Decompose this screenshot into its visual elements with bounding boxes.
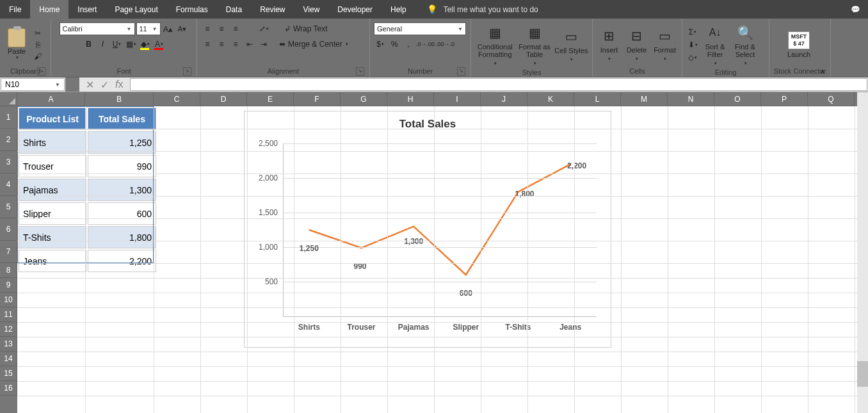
scrollbar-thumb[interactable] bbox=[857, 361, 868, 387]
align-right-icon[interactable]: ≡ bbox=[229, 38, 242, 51]
cell-product[interactable]: Jeans bbox=[19, 250, 86, 272]
menu-tab-help[interactable]: Help bbox=[382, 0, 415, 19]
row-header[interactable]: 12 bbox=[0, 322, 17, 337]
cells-area[interactable]: Product ListTotal SalesShirts1,250Trouse… bbox=[17, 106, 868, 413]
accounting-format-icon[interactable]: $▾ bbox=[374, 38, 387, 51]
align-middle-icon[interactable]: ≡ bbox=[215, 22, 228, 35]
enter-formula-icon[interactable]: ✓ bbox=[100, 79, 109, 91]
row-header[interactable]: 6 bbox=[0, 218, 17, 241]
comma-format-icon[interactable]: , bbox=[402, 38, 415, 51]
col-header[interactable]: L bbox=[574, 92, 621, 106]
copy-icon[interactable]: ⎘ bbox=[32, 40, 44, 50]
menu-tab-insert[interactable]: Insert bbox=[68, 0, 106, 19]
fill-icon[interactable]: ⬇▾ bbox=[686, 38, 699, 51]
cell-product[interactable]: Pajamas bbox=[19, 179, 86, 201]
dialog-launcher[interactable]: ↘ bbox=[457, 67, 465, 76]
cell-product[interactable]: T-Shits bbox=[19, 226, 86, 248]
delete-button[interactable]: ⊟Delete▾ bbox=[624, 26, 649, 63]
insert-button[interactable]: ⊞Insert▾ bbox=[597, 26, 622, 63]
launch-button[interactable]: MSFT$ 47 Launch bbox=[773, 30, 824, 58]
merge-center-button[interactable]: ⬌Merge & Center▾ bbox=[279, 38, 348, 51]
row-header[interactable]: 9 bbox=[0, 278, 17, 293]
row-header[interactable]: 11 bbox=[0, 307, 17, 322]
italic-button[interactable]: I bbox=[97, 38, 109, 51]
find-select-button[interactable]: 🔍Find & Select▾ bbox=[731, 22, 759, 67]
paste-button[interactable]: Paste ▾ bbox=[4, 28, 29, 60]
menu-tab-formulas[interactable]: Formulas bbox=[167, 0, 217, 19]
row-header[interactable]: 16 bbox=[0, 381, 17, 396]
col-header[interactable]: P bbox=[761, 92, 808, 106]
collapse-ribbon-icon[interactable]: ∧ bbox=[820, 67, 825, 76]
font-color-button[interactable]: A▾ bbox=[153, 38, 166, 51]
autosum-icon[interactable]: Σ▾ bbox=[686, 26, 699, 38]
cell-product[interactable]: Slipper bbox=[19, 202, 86, 225]
row-header[interactable]: 8 bbox=[0, 263, 17, 278]
menu-tab-page-layout[interactable]: Page Layout bbox=[106, 0, 166, 19]
col-header[interactable]: M bbox=[621, 92, 668, 106]
row-header[interactable]: 3 bbox=[0, 151, 17, 174]
increase-font-icon[interactable]: A▴ bbox=[162, 22, 175, 35]
align-bottom-icon[interactable]: ≡ bbox=[229, 22, 242, 35]
menu-tab-developer[interactable]: Developer bbox=[328, 0, 382, 19]
menu-tab-file[interactable]: File bbox=[0, 0, 30, 19]
orientation-icon[interactable]: ⤢▾ bbox=[257, 22, 270, 35]
cell-styles-button[interactable]: ▭Cell Styles▾ bbox=[554, 26, 588, 63]
menu-tab-data[interactable]: Data bbox=[217, 0, 251, 19]
fill-color-button[interactable]: ◆▾ bbox=[139, 38, 152, 51]
col-header[interactable]: G bbox=[341, 92, 387, 106]
align-center-icon[interactable]: ≡ bbox=[215, 38, 228, 51]
col-header[interactable]: E bbox=[247, 92, 294, 106]
underline-button[interactable]: U▾ bbox=[111, 38, 124, 51]
dialog-launcher[interactable]: ↘ bbox=[37, 67, 45, 76]
row-header[interactable]: 4 bbox=[0, 174, 17, 196]
menu-tab-review[interactable]: Review bbox=[251, 0, 294, 19]
row-header[interactable]: 5 bbox=[0, 196, 17, 218]
row-header[interactable]: 2 bbox=[0, 129, 17, 151]
increase-indent-icon[interactable]: ⇥ bbox=[257, 38, 270, 51]
cell-product[interactable]: Shirts bbox=[19, 131, 86, 154]
decrease-decimal-icon[interactable]: .00→.0 bbox=[436, 38, 454, 51]
col-header[interactable]: H bbox=[387, 92, 434, 106]
format-as-table-button[interactable]: ▦Format as Table▾ bbox=[517, 22, 551, 67]
font-name-combo[interactable]: Calibri▼ bbox=[60, 22, 135, 35]
cancel-formula-icon[interactable]: ✕ bbox=[86, 79, 94, 91]
formula-input[interactable] bbox=[130, 78, 867, 91]
comments-icon[interactable]: 💬 bbox=[843, 0, 868, 19]
bold-button[interactable]: B bbox=[83, 38, 95, 51]
col-header[interactable]: D bbox=[200, 92, 247, 106]
border-button[interactable]: ▦▾ bbox=[125, 38, 138, 51]
tell-me[interactable]: 💡Tell me what you want to do bbox=[418, 0, 547, 19]
row-header[interactable]: 13 bbox=[0, 337, 17, 352]
row-header[interactable]: 15 bbox=[0, 366, 17, 381]
format-button[interactable]: ▭Format▾ bbox=[652, 26, 678, 63]
wrap-text-button[interactable]: ↲Wrap Text bbox=[284, 22, 328, 35]
row-header[interactable]: 1 bbox=[0, 106, 17, 129]
format-painter-icon[interactable]: 🖌 bbox=[32, 51, 44, 61]
dialog-launcher[interactable]: ↘ bbox=[356, 67, 364, 76]
dialog-launcher[interactable]: ↘ bbox=[183, 67, 191, 76]
align-top-icon[interactable]: ≡ bbox=[201, 22, 214, 35]
name-box[interactable]: N10▼ bbox=[1, 78, 65, 91]
fx-icon[interactable]: fx bbox=[115, 79, 123, 90]
font-size-combo[interactable]: 11▼ bbox=[136, 22, 161, 35]
col-header[interactable]: O bbox=[714, 92, 761, 106]
increase-decimal-icon[interactable]: .0→.00 bbox=[416, 38, 435, 51]
cell-value[interactable]: 600 bbox=[88, 202, 156, 225]
col-header[interactable]: B bbox=[85, 92, 154, 106]
conditional-formatting-button[interactable]: ▦Conditional Formatting▾ bbox=[475, 22, 515, 67]
align-left-icon[interactable]: ≡ bbox=[201, 38, 214, 51]
cell-value[interactable]: 1,250 bbox=[88, 131, 156, 154]
vertical-scrollbar[interactable] bbox=[857, 92, 868, 413]
cell-value[interactable]: 1,800 bbox=[88, 226, 156, 248]
row-header[interactable]: 7 bbox=[0, 241, 17, 263]
decrease-indent-icon[interactable]: ⇤ bbox=[243, 38, 256, 51]
col-header[interactable]: K bbox=[527, 92, 574, 106]
percent-format-icon[interactable]: % bbox=[388, 38, 401, 51]
menu-tab-view[interactable]: View bbox=[294, 0, 329, 19]
col-header[interactable]: J bbox=[481, 92, 527, 106]
chart[interactable]: Total Sales 5001,0001,5002,0002,500Shirt… bbox=[244, 111, 611, 348]
col-header[interactable]: I bbox=[434, 92, 481, 106]
col-header[interactable]: N bbox=[668, 92, 714, 106]
number-format-combo[interactable]: General▼ bbox=[374, 22, 466, 35]
clear-icon[interactable]: ◇▾ bbox=[686, 51, 699, 64]
